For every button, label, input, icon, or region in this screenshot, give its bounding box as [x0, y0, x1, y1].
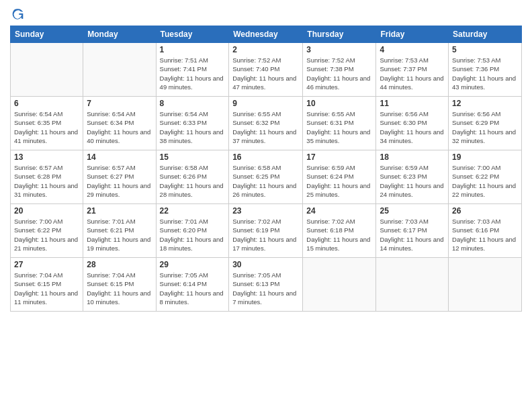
day-detail: Sunrise: 6:55 AMSunset: 6:31 PMDaylight:…	[306, 109, 372, 145]
day-detail: Sunrise: 6:54 AMSunset: 6:35 PMDaylight:…	[14, 109, 79, 145]
calendar-cell: 6Sunrise: 6:54 AMSunset: 6:35 PMDaylight…	[11, 97, 83, 150]
calendar-cell: 20Sunrise: 7:00 AMSunset: 6:22 PMDayligh…	[11, 204, 83, 258]
day-detail: Sunrise: 7:02 AMSunset: 6:19 PMDaylight:…	[232, 217, 299, 253]
calendar-cell	[376, 258, 449, 312]
day-detail: Sunrise: 7:03 AMSunset: 6:17 PMDaylight:…	[380, 217, 445, 253]
calendar-cell: 16Sunrise: 6:58 AMSunset: 6:25 PMDayligh…	[229, 150, 303, 204]
calendar-cell: 30Sunrise: 7:05 AMSunset: 6:13 PMDayligh…	[229, 258, 303, 312]
day-detail: Sunrise: 6:58 AMSunset: 6:25 PMDaylight:…	[232, 163, 299, 199]
day-number: 11	[380, 99, 445, 108]
weekday-header-friday: Friday	[376, 26, 449, 43]
day-detail: Sunrise: 7:53 AMSunset: 7:36 PMDaylight:…	[452, 56, 518, 91]
day-detail: Sunrise: 6:56 AMSunset: 6:30 PMDaylight:…	[380, 109, 445, 145]
calendar-cell: 14Sunrise: 6:57 AMSunset: 6:27 PMDayligh…	[83, 150, 156, 204]
logo	[10, 7, 26, 20]
day-number: 5	[452, 45, 518, 54]
calendar-cell: 29Sunrise: 7:05 AMSunset: 6:14 PMDayligh…	[156, 258, 229, 312]
calendar-cell: 13Sunrise: 6:57 AMSunset: 6:28 PMDayligh…	[11, 150, 83, 204]
day-detail: Sunrise: 7:04 AMSunset: 6:15 PMDaylight:…	[87, 271, 152, 306]
calendar-cell: 23Sunrise: 7:02 AMSunset: 6:19 PMDayligh…	[229, 204, 303, 258]
calendar-cell	[83, 43, 156, 97]
calendar-cell: 22Sunrise: 7:01 AMSunset: 6:20 PMDayligh…	[156, 204, 229, 258]
calendar-body: 1Sunrise: 7:51 AMSunset: 7:41 PMDaylight…	[11, 43, 522, 312]
calendar-cell: 4Sunrise: 7:53 AMSunset: 7:37 PMDaylight…	[376, 43, 449, 97]
day-detail: Sunrise: 7:51 AMSunset: 7:41 PMDaylight:…	[160, 56, 226, 91]
day-number: 14	[87, 152, 152, 162]
day-detail: Sunrise: 6:59 AMSunset: 6:23 PMDaylight:…	[380, 163, 445, 199]
day-number: 13	[14, 152, 79, 162]
weekday-header-row: SundayMondayTuesdayWednesdayThursdayFrid…	[11, 26, 522, 43]
day-detail: Sunrise: 7:03 AMSunset: 6:16 PMDaylight:…	[452, 217, 518, 253]
day-number: 18	[380, 152, 445, 162]
day-number: 24	[306, 206, 372, 216]
calendar-cell: 15Sunrise: 6:58 AMSunset: 6:26 PMDayligh…	[156, 150, 229, 204]
weekday-header-wednesday: Wednesday	[229, 26, 303, 43]
day-number: 21	[87, 206, 152, 216]
day-detail: Sunrise: 6:56 AMSunset: 6:29 PMDaylight:…	[452, 109, 518, 145]
day-number: 8	[160, 99, 226, 108]
calendar-week-4: 20Sunrise: 7:00 AMSunset: 6:22 PMDayligh…	[11, 204, 522, 258]
day-number: 10	[306, 99, 372, 108]
calendar-cell	[449, 258, 522, 312]
calendar-week-5: 27Sunrise: 7:04 AMSunset: 6:15 PMDayligh…	[11, 258, 522, 312]
calendar-cell: 11Sunrise: 6:56 AMSunset: 6:30 PMDayligh…	[376, 97, 449, 150]
calendar-week-3: 13Sunrise: 6:57 AMSunset: 6:28 PMDayligh…	[11, 150, 522, 204]
calendar-cell: 7Sunrise: 6:54 AMSunset: 6:34 PMDaylight…	[83, 97, 156, 150]
calendar-cell: 2Sunrise: 7:52 AMSunset: 7:40 PMDaylight…	[229, 43, 303, 97]
day-number: 15	[160, 152, 226, 162]
calendar-cell: 19Sunrise: 7:00 AMSunset: 6:22 PMDayligh…	[449, 150, 522, 204]
day-detail: Sunrise: 7:01 AMSunset: 6:21 PMDaylight:…	[87, 217, 152, 253]
calendar-week-2: 6Sunrise: 6:54 AMSunset: 6:35 PMDaylight…	[11, 97, 522, 150]
day-number: 29	[160, 260, 226, 269]
day-detail: Sunrise: 6:59 AMSunset: 6:24 PMDaylight:…	[306, 163, 372, 199]
calendar-header: SundayMondayTuesdayWednesdayThursdayFrid…	[11, 26, 522, 43]
logo-icon	[11, 7, 25, 20]
calendar-cell: 8Sunrise: 6:54 AMSunset: 6:33 PMDaylight…	[156, 97, 229, 150]
day-number: 17	[306, 152, 372, 162]
day-number: 7	[87, 99, 152, 108]
day-detail: Sunrise: 7:53 AMSunset: 7:37 PMDaylight:…	[380, 56, 445, 91]
calendar-week-1: 1Sunrise: 7:51 AMSunset: 7:41 PMDaylight…	[11, 43, 522, 97]
day-number: 27	[14, 260, 79, 269]
day-detail: Sunrise: 7:02 AMSunset: 6:18 PMDaylight:…	[306, 217, 372, 253]
day-detail: Sunrise: 7:05 AMSunset: 6:13 PMDaylight:…	[232, 271, 299, 306]
day-number: 6	[14, 99, 79, 108]
weekday-header-monday: Monday	[83, 26, 156, 43]
day-number: 22	[160, 206, 226, 216]
calendar-cell: 28Sunrise: 7:04 AMSunset: 6:15 PMDayligh…	[83, 258, 156, 312]
calendar-cell: 25Sunrise: 7:03 AMSunset: 6:17 PMDayligh…	[376, 204, 449, 258]
header	[10, 7, 522, 20]
day-number: 1	[160, 45, 226, 54]
day-detail: Sunrise: 6:57 AMSunset: 6:28 PMDaylight:…	[14, 163, 79, 199]
day-detail: Sunrise: 7:00 AMSunset: 6:22 PMDaylight:…	[14, 217, 79, 253]
day-detail: Sunrise: 7:05 AMSunset: 6:14 PMDaylight:…	[160, 271, 226, 306]
day-number: 30	[232, 260, 299, 269]
calendar-cell: 17Sunrise: 6:59 AMSunset: 6:24 PMDayligh…	[303, 150, 376, 204]
day-number: 26	[452, 206, 518, 216]
calendar-cell: 26Sunrise: 7:03 AMSunset: 6:16 PMDayligh…	[449, 204, 522, 258]
day-number: 4	[380, 45, 445, 54]
day-number: 12	[452, 99, 518, 108]
day-detail: Sunrise: 7:52 AMSunset: 7:40 PMDaylight:…	[232, 56, 299, 91]
day-number: 9	[232, 99, 299, 108]
calendar-cell: 18Sunrise: 6:59 AMSunset: 6:23 PMDayligh…	[376, 150, 449, 204]
day-number: 28	[87, 260, 152, 269]
day-detail: Sunrise: 7:04 AMSunset: 6:15 PMDaylight:…	[14, 271, 79, 306]
calendar-table: SundayMondayTuesdayWednesdayThursdayFrid…	[10, 26, 522, 312]
day-detail: Sunrise: 7:01 AMSunset: 6:20 PMDaylight:…	[160, 217, 226, 253]
day-detail: Sunrise: 6:55 AMSunset: 6:32 PMDaylight:…	[232, 109, 299, 145]
calendar-cell: 3Sunrise: 7:52 AMSunset: 7:38 PMDaylight…	[303, 43, 376, 97]
calendar-cell: 12Sunrise: 6:56 AMSunset: 6:29 PMDayligh…	[449, 97, 522, 150]
weekday-header-sunday: Sunday	[11, 26, 83, 43]
weekday-header-saturday: Saturday	[449, 26, 522, 43]
day-number: 23	[232, 206, 299, 216]
weekday-header-tuesday: Tuesday	[156, 26, 229, 43]
calendar-cell: 21Sunrise: 7:01 AMSunset: 6:21 PMDayligh…	[83, 204, 156, 258]
calendar-cell	[11, 43, 83, 97]
day-detail: Sunrise: 6:54 AMSunset: 6:33 PMDaylight:…	[160, 109, 226, 145]
calendar-cell: 27Sunrise: 7:04 AMSunset: 6:15 PMDayligh…	[11, 258, 83, 312]
day-number: 3	[306, 45, 372, 54]
day-number: 2	[232, 45, 299, 54]
day-detail: Sunrise: 6:58 AMSunset: 6:26 PMDaylight:…	[160, 163, 226, 199]
day-detail: Sunrise: 6:54 AMSunset: 6:34 PMDaylight:…	[87, 109, 152, 145]
